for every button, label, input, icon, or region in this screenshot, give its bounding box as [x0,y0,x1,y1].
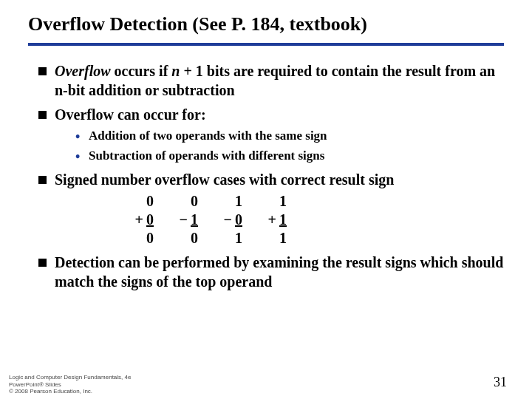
slide-title: Overflow Detection (See P. 184, textbook… [28,13,504,35]
matrix-row-result: 0011 [121,229,504,248]
matrix-row-top: 0011 [121,192,504,211]
bullet-can-occur: Overflow can occur for: Addition of two … [38,106,504,164]
footer-line3: © 2008 Pearson Education, Inc. [9,388,131,395]
bullet-list-level2: Addition of two operands with the same s… [75,128,504,165]
bullet-signed-cases: Signed number overflow cases with correc… [38,171,504,248]
bullet-detection: Detection can be performed by examining … [38,253,504,291]
footer-line2: PowerPoint® Slides [9,381,131,388]
sub-bullet-addition: Addition of two operands with the same s… [75,128,504,145]
matrix-row-op: +0−1−0+1 [121,211,504,229]
text: Signed number overflow cases with correc… [55,171,394,188]
overflow-case-matrix: 0011 +0−1−0+1 0011 [121,192,504,248]
footer-line1: Logic and Computer Design Fundamentals, … [9,374,131,381]
page-number: 31 [494,375,507,390]
text: Overflow can occur for: [55,106,206,123]
bullet-overflow-def: Overflow occurs if n + 1 bits are requir… [38,62,504,100]
bullet-list-level1: Overflow occurs if n + 1 bits are requir… [38,62,504,291]
italic-n: n [171,63,180,79]
italic-overflow: Overflow [55,63,111,79]
sub-bullet-subtraction: Subtraction of operands with different s… [75,148,504,165]
title-rule [28,43,504,46]
footer-copyright: Logic and Computer Design Fundamentals, … [9,374,131,395]
text-mid: occurs if [111,63,172,79]
